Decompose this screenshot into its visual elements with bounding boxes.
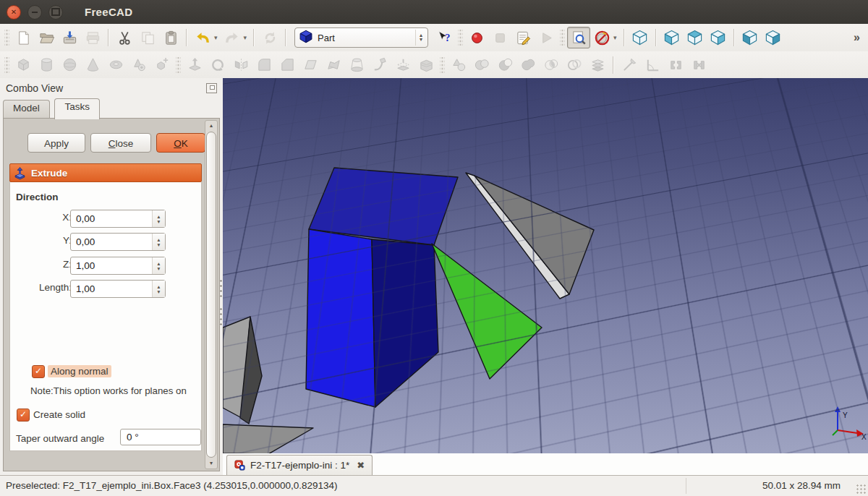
length-spinbox[interactable]: ▴▾ (70, 280, 166, 298)
3d-viewport[interactable]: Y X (223, 78, 868, 453)
ruled-surface-button[interactable] (322, 54, 345, 76)
toolbar-grip[interactable] (560, 30, 565, 46)
print-button[interactable] (81, 27, 104, 48)
z-spin-buttons[interactable]: ▴▾ (152, 257, 165, 274)
macro-play-button[interactable] (535, 27, 558, 48)
view-top-button[interactable] (684, 27, 707, 48)
open-document-button[interactable] (35, 27, 58, 48)
tab-model[interactable]: Model (3, 100, 50, 119)
z-spinbox[interactable]: ▴▾ (70, 257, 166, 275)
along-normal-label[interactable]: Along normal (48, 365, 111, 377)
shape-builder-button[interactable] (150, 54, 174, 76)
dropdown-icon[interactable]: ▾ (613, 34, 620, 41)
revolve-button[interactable] (206, 54, 229, 76)
cylinder-button[interactable] (35, 54, 58, 76)
macro-stop-button[interactable] (488, 27, 511, 48)
y-spin-buttons[interactable]: ▴▾ (152, 234, 165, 250)
toolbar-grip[interactable] (4, 57, 9, 73)
tab-close-icon[interactable]: ✖ (357, 460, 365, 471)
chamfer-button[interactable] (276, 54, 299, 76)
dropdown-icon[interactable]: ▾ (214, 34, 221, 41)
sweep-button[interactable] (368, 54, 391, 76)
cross-sections-button[interactable] (586, 54, 609, 76)
extrude-button[interactable] (183, 54, 206, 76)
measure-angular-button[interactable] (641, 54, 664, 76)
tab-tasks[interactable]: Tasks (54, 98, 100, 119)
window-close-button[interactable]: ✕ (7, 5, 21, 20)
cone-button[interactable] (81, 54, 104, 76)
boolean-intersection-button[interactable] (540, 54, 563, 76)
boolean-button[interactable] (470, 54, 493, 76)
refresh-button[interactable] (258, 27, 281, 48)
spin-down-icon[interactable]: ▾ (158, 242, 161, 247)
cut-button[interactable] (113, 27, 136, 48)
torus-button[interactable] (104, 54, 127, 76)
offset-button[interactable] (391, 54, 414, 76)
macro-record-button[interactable] (465, 27, 488, 48)
scroll-down-icon[interactable]: ▾ (205, 458, 217, 469)
apply-button[interactable]: Apply (27, 133, 85, 153)
green-triangle-face[interactable] (432, 244, 542, 379)
x-input[interactable] (71, 210, 152, 227)
draw-style-button[interactable] (590, 27, 613, 48)
spin-down-icon[interactable]: ▾ (158, 219, 161, 224)
window-minimize-button[interactable] (27, 5, 42, 20)
spin-down-icon[interactable]: ▾ (158, 289, 161, 294)
boolean-union-button[interactable] (516, 54, 540, 76)
taper-angle-input[interactable] (120, 429, 201, 445)
paste-button[interactable] (159, 27, 182, 48)
view-right-button[interactable] (707, 27, 730, 48)
window-maximize-button[interactable] (48, 5, 63, 20)
compound-button[interactable] (447, 54, 470, 76)
dropdown-icon[interactable]: ▾ (244, 34, 250, 41)
view-axonometric-button[interactable] (629, 27, 652, 48)
view-left-button[interactable] (762, 27, 785, 48)
box-button[interactable] (12, 54, 35, 76)
mirror-button[interactable] (229, 54, 252, 76)
toolbar-grip[interactable] (458, 30, 463, 46)
fit-all-button[interactable] (567, 27, 590, 48)
toolbar-overflow-icon[interactable]: » (854, 31, 860, 44)
titlebar[interactable]: ✕ FreeCAD (0, 0, 868, 25)
create-solid-checkbox[interactable]: ✓ (17, 409, 30, 422)
tasks-scrollbar[interactable]: ▴ ▾ (205, 120, 218, 469)
y-spinbox[interactable]: ▴▾ (70, 233, 166, 251)
resize-grip[interactable] (856, 484, 866, 494)
measure-refresh-button[interactable] (664, 54, 687, 76)
thickness-button[interactable] (414, 54, 438, 76)
create-primitives-button[interactable] (127, 54, 150, 76)
close-button[interactable]: Close (90, 133, 151, 153)
copy-button[interactable] (136, 27, 159, 48)
bottom-plate-face[interactable] (223, 424, 313, 453)
new-document-button[interactable] (12, 27, 35, 48)
section-button[interactable] (563, 54, 586, 76)
scroll-up-icon[interactable]: ▴ (205, 121, 217, 131)
measure-clear-button[interactable] (687, 54, 710, 76)
length-input[interactable] (71, 281, 152, 297)
length-spin-buttons[interactable]: ▴▾ (152, 281, 165, 297)
create-solid-label[interactable]: Create solid (33, 409, 85, 420)
splitter-handle[interactable] (219, 278, 223, 297)
y-input[interactable] (71, 234, 152, 250)
view-front-button[interactable] (660, 27, 684, 48)
document-tab[interactable]: F2-T17-ejemplo-ini : 1* ✖ (226, 455, 373, 475)
toolbar-grip[interactable] (440, 57, 445, 73)
toolbar-grip[interactable] (4, 30, 9, 46)
scrollbar-thumb[interactable] (206, 132, 216, 458)
z-input[interactable] (71, 257, 152, 274)
spin-down-icon[interactable]: ▾ (158, 266, 161, 271)
boolean-cut-button[interactable] (493, 54, 516, 76)
make-face-button[interactable] (299, 54, 322, 76)
measure-linear-button[interactable] (618, 54, 641, 76)
toolbar-grip[interactable] (176, 57, 181, 73)
float-panel-icon[interactable] (206, 83, 217, 93)
whats-this-button[interactable]: ? (433, 27, 456, 48)
x-spinbox[interactable]: ▴▾ (70, 210, 166, 228)
loft-button[interactable] (345, 54, 368, 76)
sphere-button[interactable] (58, 54, 81, 76)
extrude-task-header[interactable]: Extrude (9, 163, 202, 182)
fillet-button[interactable] (252, 54, 276, 76)
cube-right-face[interactable] (372, 239, 438, 407)
macro-edit-button[interactable] (511, 27, 535, 48)
cube-front-face[interactable] (306, 229, 375, 407)
